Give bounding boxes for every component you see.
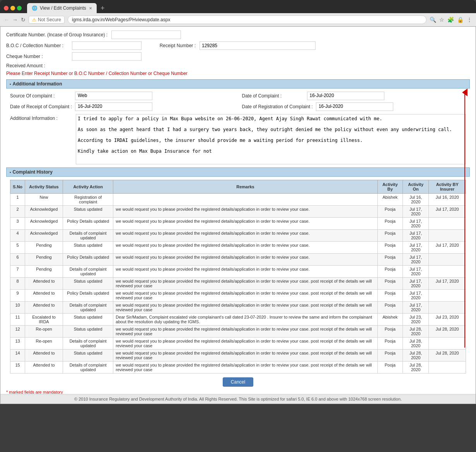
cell-by: Pooja	[377, 230, 403, 242]
cell-status: Attended to	[25, 290, 63, 302]
col-activity-action: Activity Action	[63, 180, 113, 194]
table-row: 10 Attended to Details of complaint upda…	[10, 302, 466, 314]
source-value: Web	[75, 92, 152, 100]
cell-insurer: Jul 28, 2020	[429, 326, 466, 338]
cell-remarks: we would request you to please provided …	[113, 230, 377, 242]
received-amount-row: Received Amount :	[6, 63, 470, 68]
cell-remarks: we would request you to please provided …	[113, 218, 377, 230]
additional-info-textarea[interactable]	[76, 114, 466, 164]
table-row: 13 Re-open Details of complaint updated …	[10, 338, 466, 350]
cell-insurer: Jul 16, 2020	[429, 194, 466, 206]
section-toggle-additional[interactable]: ▪	[10, 82, 11, 86]
cell-insurer	[429, 230, 466, 242]
col-remarks: Remarks	[113, 180, 377, 194]
extension-icon-2[interactable]: 🔒	[457, 17, 464, 23]
cell-remarks: we would request you to please provided …	[113, 362, 377, 374]
cell-on: Jul 17, 2020	[403, 278, 429, 290]
cell-by: Pooja	[377, 302, 403, 314]
cell-insurer: Jul 17, 2020	[429, 278, 466, 290]
col-activity-insurer: Activity BY Insurer	[429, 180, 466, 194]
cell-on: Jul 28, 2020	[403, 350, 429, 362]
cell-on: Jul 28, 2020	[403, 338, 429, 350]
tab-title: View / Edit Complaints	[40, 5, 86, 11]
reload-button[interactable]: ↻	[21, 17, 26, 23]
minimize-traffic-light[interactable]	[10, 6, 15, 10]
menu-icon[interactable]: ⋮	[467, 17, 472, 23]
close-traffic-light[interactable]	[4, 6, 9, 10]
cell-status: Attended to	[25, 302, 63, 314]
cell-on: Jul 17, 2020	[403, 242, 429, 254]
col-activity-on: Activity On	[403, 180, 429, 194]
cell-sno: 13	[10, 338, 25, 350]
cell-sno: 3	[10, 218, 25, 230]
scroll-arrow	[461, 85, 469, 348]
url-bar[interactable]: igms.irda.gov.in/WebPages/PHviewupdate.a…	[68, 15, 427, 24]
col-activity-by: Activity By	[377, 180, 403, 194]
cell-insurer	[429, 266, 466, 278]
cell-on: Jul 17, 2020	[403, 218, 429, 230]
maximize-traffic-light[interactable]	[17, 6, 22, 10]
cell-sno: 15	[10, 362, 25, 374]
mandatory-note: * marked fields are mandatory	[6, 390, 470, 394]
cell-insurer	[429, 218, 466, 230]
additional-info-label: Additional Information :	[10, 114, 72, 121]
certificate-number-row: Certificate Number. (Incase of Group Ins…	[6, 31, 470, 39]
cancel-button[interactable]: Cancel	[223, 377, 253, 387]
cell-action: Policy Details updated	[63, 218, 113, 230]
security-label: Not Secure	[38, 17, 61, 22]
cell-remarks: we would request you to please provided …	[113, 302, 377, 314]
tab-close-btn[interactable]: ✕	[89, 6, 92, 10]
cell-remarks: Dear Sir/Madam, Complaint escalated vide…	[113, 314, 377, 326]
boc-number-label: B.O.C / Collection Number :	[6, 43, 68, 48]
section-toggle-history[interactable]: ▪	[10, 170, 11, 174]
search-icon[interactable]: 🔍	[430, 17, 436, 23]
cell-remarks	[113, 194, 377, 206]
cell-action: Status updated	[63, 314, 113, 326]
cell-action: Status updated	[63, 242, 113, 254]
cell-insurer: Jul 17, 2020	[429, 206, 466, 218]
table-row: 7 Pending Details of complaint updated w…	[10, 266, 466, 278]
cell-status: Re-open	[25, 326, 63, 338]
cell-insurer: Jul 17, 2020	[429, 242, 466, 254]
table-row: 3 Acknowledged Policy Details updated we…	[10, 218, 466, 230]
cell-action: Details of complaint updated	[63, 362, 113, 374]
cell-status: Acknowledged	[25, 218, 63, 230]
cell-remarks: we would request you to please provided …	[113, 206, 377, 218]
date-receipt-value: 16-Jul-2020	[75, 102, 152, 111]
cell-insurer	[429, 338, 466, 350]
cell-action: Status updated	[63, 350, 113, 362]
cell-insurer: Jul 28, 2020	[429, 350, 466, 362]
date-registration-label: Date of Registration of Complaint :	[242, 104, 313, 109]
table-row: 9 Attended to Policy Details updated we …	[10, 290, 466, 302]
table-row: 14 Attended to Status updated we would r…	[10, 350, 466, 362]
table-row: 12 Re-open Status updated we would reque…	[10, 326, 466, 338]
certificate-number-input[interactable]	[111, 31, 181, 39]
receipt-number-input[interactable]	[200, 41, 316, 50]
cell-on: Jul 28, 2020	[403, 326, 429, 338]
table-row: 1 New Registration of complaint Abishek …	[10, 194, 466, 206]
cheque-number-input[interactable]	[72, 52, 142, 61]
cell-on: Jul 17, 2020	[403, 254, 429, 266]
security-warning: ⚠ Not Secure	[29, 16, 65, 24]
boc-number-input[interactable]	[72, 41, 142, 50]
cell-action: Status updated	[63, 278, 113, 290]
cell-by: Pooja	[377, 266, 403, 278]
cell-sno: 5	[10, 242, 25, 254]
cell-sno: 9	[10, 290, 25, 302]
bookmark-icon[interactable]: ☆	[439, 17, 444, 23]
cell-status: Attended to	[25, 362, 63, 374]
extension-icon-1[interactable]: 🧩	[447, 17, 454, 23]
cell-insurer	[429, 362, 466, 374]
cell-action: Policy Details updated	[63, 290, 113, 302]
cell-sno: 10	[10, 302, 25, 314]
cell-action: Details of complaint updated	[63, 302, 113, 314]
cell-by: Pooja	[377, 326, 403, 338]
active-tab[interactable]: 🌐 View / Edit Complaints ✕	[27, 3, 97, 13]
new-tab-button[interactable]: +	[98, 4, 107, 12]
cell-by: Pooja	[377, 278, 403, 290]
footer: © 2010 Insurance Regulatory and Developm…	[0, 394, 476, 404]
back-button[interactable]: ←	[4, 17, 9, 23]
cell-sno: 12	[10, 326, 25, 338]
cell-sno: 8	[10, 278, 25, 290]
forward-button[interactable]: →	[12, 17, 18, 23]
